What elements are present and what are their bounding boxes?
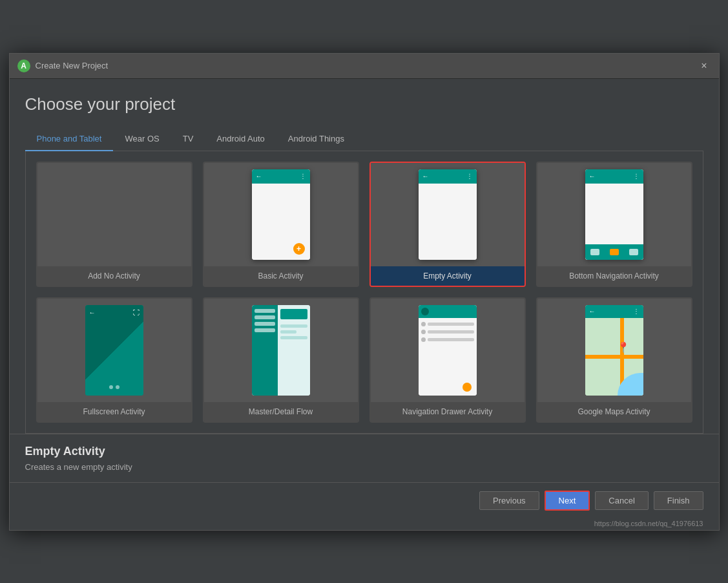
card-nav-drawer[interactable]: Navigation Drawer Activity bbox=[369, 297, 526, 423]
page-title: Choose your project bbox=[25, 94, 703, 114]
nav-circle bbox=[421, 308, 429, 315]
maps-body: 📍 bbox=[585, 318, 643, 396]
card-thumbnail-fullscreen: ← ⛶ bbox=[37, 299, 191, 402]
finish-button[interactable]: Finish bbox=[654, 491, 703, 510]
fullscreen-bg bbox=[85, 305, 143, 396]
card-label-masterdetail: Master/Detail Flow bbox=[204, 402, 358, 421]
fs-expand-icon: ⛶ bbox=[133, 309, 140, 316]
master-panel bbox=[252, 305, 278, 396]
url-bar: https://blog.csdn.net/qq_41976613 bbox=[10, 518, 719, 530]
templates-grid-area: Add No Activity ← ⋮ + bbox=[25, 151, 703, 434]
card-thumbnail-bottomnav: ← ⋮ bbox=[537, 163, 691, 266]
selected-activity-title: Empty Activity bbox=[25, 445, 703, 458]
tab-android-auto[interactable]: Android Auto bbox=[205, 127, 276, 151]
previous-button[interactable]: Previous bbox=[479, 491, 539, 510]
basic-fab: + bbox=[293, 243, 305, 255]
detail-header bbox=[280, 309, 307, 319]
selected-info-section: Empty Activity Creates a new empty activ… bbox=[10, 434, 719, 482]
card-label-no-activity: Add No Activity bbox=[37, 266, 191, 286]
card-thumbnail-navdrawer bbox=[371, 299, 525, 402]
nav-fab bbox=[463, 383, 472, 392]
nav-line-3 bbox=[428, 338, 474, 341]
basic-toolbar: ← ⋮ bbox=[252, 169, 310, 184]
tab-tv[interactable]: TV bbox=[171, 127, 205, 151]
nav-row-1 bbox=[421, 322, 474, 326]
card-basic-activity[interactable]: ← ⋮ + Basic Activity bbox=[203, 162, 359, 287]
nav-dot-1 bbox=[421, 322, 426, 326]
bn-item3 bbox=[629, 249, 638, 255]
title-bar: A Create New Project × bbox=[10, 54, 719, 79]
card-label-bottomnav: Bottom Navigation Activity bbox=[537, 266, 691, 286]
bn-item2 bbox=[610, 249, 619, 255]
tab-android-things[interactable]: Android Things bbox=[276, 127, 356, 151]
bn-item1 bbox=[590, 249, 599, 255]
card-thumbnail-masterdetail bbox=[204, 299, 358, 402]
card-empty-activity[interactable]: ← ⋮ Empty Activity bbox=[369, 162, 526, 287]
navdrawer-mockup bbox=[419, 305, 477, 396]
empty-body bbox=[419, 184, 477, 260]
create-project-dialog: A Create New Project × Choose your proje… bbox=[9, 53, 720, 531]
master-item-4 bbox=[255, 328, 275, 332]
card-label-fullscreen: Fullscreen Activity bbox=[37, 402, 191, 421]
nav-dot-3 bbox=[421, 337, 426, 342]
back-arrow-icon-empty: ← bbox=[422, 173, 429, 180]
fullscreen-icons: ← ⛶ bbox=[85, 309, 143, 316]
more-icon: ⋮ bbox=[300, 173, 306, 180]
card-thumbnail-no-activity bbox=[37, 163, 191, 266]
googlemaps-mockup: ← ⋮ 📍 bbox=[585, 305, 643, 396]
master-item-1 bbox=[255, 309, 275, 313]
maps-toolbar: ← ⋮ bbox=[585, 305, 643, 318]
tab-phone-tablet[interactable]: Phone and Tablet bbox=[25, 127, 114, 151]
maps-back-icon: ← bbox=[589, 308, 596, 315]
nav-toolbar bbox=[419, 305, 477, 318]
next-button[interactable]: Next bbox=[545, 491, 590, 511]
more-icon-empty: ⋮ bbox=[466, 173, 473, 180]
card-label-navdrawer: Navigation Drawer Activity bbox=[371, 402, 525, 421]
master-item-2 bbox=[255, 315, 275, 319]
empty-mockup: ← ⋮ bbox=[419, 169, 477, 260]
selected-activity-desc: Creates a new empty activity bbox=[25, 462, 703, 472]
bottomnav-mockup: ← ⋮ bbox=[585, 169, 643, 260]
basic-body: + bbox=[252, 184, 310, 260]
detail-line-1 bbox=[280, 324, 307, 328]
detail-line-2 bbox=[280, 330, 296, 334]
detail-panel bbox=[278, 305, 310, 396]
nav-line-2 bbox=[428, 330, 474, 334]
tab-wear-os[interactable]: Wear OS bbox=[113, 127, 171, 151]
card-bottom-nav[interactable]: ← ⋮ Bottom Nav bbox=[536, 162, 692, 287]
card-label-empty: Empty Activity bbox=[371, 266, 525, 286]
back-icon-bn: ← bbox=[589, 173, 596, 180]
masterdetail-mockup bbox=[252, 305, 310, 396]
empty-toolbar: ← ⋮ bbox=[419, 169, 477, 184]
templates-grid: Add No Activity ← ⋮ + bbox=[36, 162, 692, 423]
detail-line-3 bbox=[280, 336, 307, 339]
nav-dot-2 bbox=[421, 330, 426, 334]
nav-line-1 bbox=[428, 323, 474, 326]
cancel-button[interactable]: Cancel bbox=[595, 491, 648, 510]
back-arrow-icon: ← bbox=[256, 173, 262, 180]
nav-body bbox=[419, 318, 477, 396]
more-icon-bn: ⋮ bbox=[633, 173, 640, 180]
close-button[interactable]: × bbox=[697, 59, 711, 73]
dialog-footer: Previous Next Cancel Finish bbox=[10, 482, 719, 518]
dialog-title: Create New Project bbox=[36, 61, 109, 70]
fullscreen-mockup: ← ⛶ bbox=[85, 305, 143, 396]
title-bar-left: A Create New Project bbox=[17, 59, 109, 72]
card-thumbnail-empty: ← ⋮ bbox=[371, 163, 525, 266]
card-no-activity[interactable]: Add No Activity bbox=[36, 162, 192, 287]
bottomnav-toolbar: ← ⋮ bbox=[585, 169, 643, 184]
card-fullscreen[interactable]: ← ⛶ Fullscreen Activity bbox=[36, 297, 192, 423]
nav-row-3 bbox=[421, 337, 474, 342]
master-item-3 bbox=[255, 322, 275, 326]
card-label-googlemaps: Google Maps Activity bbox=[537, 402, 691, 421]
fs-back-icon: ← bbox=[89, 309, 96, 316]
fs-indicators bbox=[109, 385, 120, 389]
card-label-basic: Basic Activity bbox=[204, 266, 358, 286]
card-thumbnail-basic: ← ⋮ + bbox=[204, 163, 358, 266]
tabs-bar: Phone and Tablet Wear OS TV Android Auto… bbox=[25, 127, 703, 151]
card-master-detail[interactable]: Master/Detail Flow bbox=[203, 297, 359, 423]
card-google-maps[interactable]: ← ⋮ 📍 Google Maps Ac bbox=[536, 297, 692, 423]
card-thumbnail-googlemaps: ← ⋮ 📍 bbox=[537, 299, 691, 402]
bottomnav-body bbox=[585, 184, 643, 260]
nav-row-2 bbox=[421, 330, 474, 334]
